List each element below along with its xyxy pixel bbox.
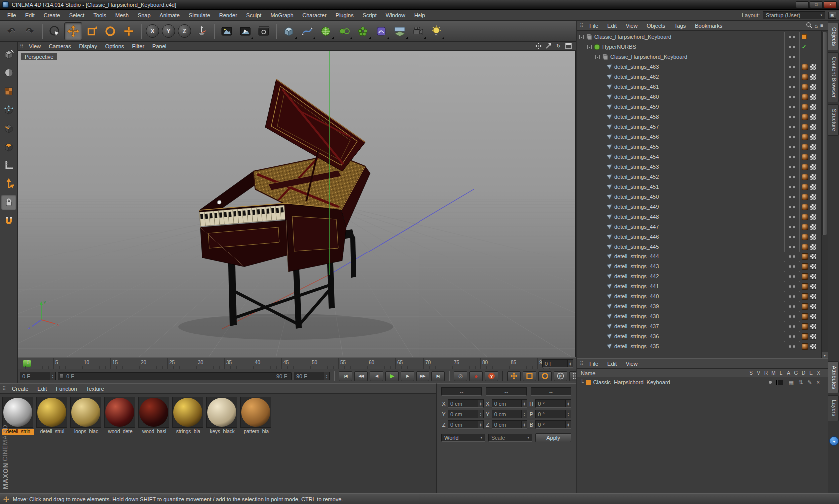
texture-mode-button[interactable] bbox=[1, 84, 16, 99]
maximize-button[interactable]: □ bbox=[810, 1, 823, 8]
uvw-tag-icon[interactable] bbox=[810, 323, 816, 330]
tree-row-polygon-object[interactable]: deteil_strings_458 bbox=[577, 112, 821, 122]
material-tag-icon[interactable] bbox=[802, 144, 808, 150]
undo-button[interactable]: ↶ bbox=[2, 22, 20, 40]
material-tag-icon[interactable] bbox=[802, 303, 808, 310]
tree-row-polygon-object[interactable]: deteil_strings_445 bbox=[577, 242, 821, 252]
tag-column[interactable] bbox=[799, 242, 821, 252]
visibility-dots[interactable] bbox=[784, 202, 799, 212]
menu-item[interactable]: Window bbox=[381, 11, 410, 20]
tree-row-polygon-object[interactable]: deteil_strings_436 bbox=[577, 331, 821, 341]
visibility-dots[interactable] bbox=[784, 271, 799, 281]
apply-button[interactable]: Apply bbox=[535, 433, 571, 442]
menu-item[interactable]: Render bbox=[215, 11, 242, 20]
selected-object-row[interactable]: └ Classic_Harpsichord_Keyboard ▦ ⇅ ✎ × bbox=[577, 377, 828, 387]
uvw-tag-icon[interactable] bbox=[810, 333, 816, 340]
ruler-tick[interactable]: 85 bbox=[509, 358, 537, 369]
rotate-view-icon[interactable]: ↻ bbox=[555, 43, 562, 49]
lock-workplane-button[interactable] bbox=[1, 195, 16, 210]
uvw-tag-icon[interactable] bbox=[810, 134, 816, 140]
uvw-tag-icon[interactable] bbox=[810, 174, 816, 180]
tree-row-polygon-object[interactable]: deteil_strings_452 bbox=[577, 172, 821, 182]
camera-object-button[interactable] bbox=[409, 22, 427, 40]
visibility-dots[interactable] bbox=[784, 222, 799, 232]
points-mode-button[interactable] bbox=[1, 102, 16, 117]
material-tag-icon[interactable] bbox=[802, 104, 808, 110]
tree-row-polygon-object[interactable]: deteil_strings_456 bbox=[577, 132, 821, 142]
uvw-tag-icon[interactable] bbox=[810, 64, 816, 70]
visibility-dots[interactable] bbox=[784, 152, 799, 162]
layer-chip[interactable] bbox=[802, 34, 807, 39]
material-thumbnail[interactable] bbox=[206, 397, 237, 428]
add-cube-button[interactable] bbox=[280, 22, 298, 40]
position-field[interactable]: 0 cm▴▾ bbox=[448, 410, 484, 418]
render-to-picture-viewer-button[interactable] bbox=[236, 22, 254, 40]
visibility-dots[interactable] bbox=[784, 72, 799, 82]
uvw-tag-icon[interactable] bbox=[810, 214, 816, 220]
keyframe-parameter-toggle[interactable]: P bbox=[554, 371, 567, 381]
move-tool-button[interactable] bbox=[64, 22, 82, 40]
uvw-tag-icon[interactable] bbox=[810, 253, 816, 260]
close-button[interactable]: × bbox=[824, 1, 837, 8]
visibility-dots[interactable] bbox=[784, 261, 799, 271]
selection-panel-menu-item[interactable]: View bbox=[621, 359, 642, 368]
material-tag-icon[interactable] bbox=[802, 283, 808, 290]
transform-mode-dropdown[interactable]: Scale▾ bbox=[488, 434, 532, 442]
tree-row-root[interactable]: - Classic_Harpsichord_Keyboard bbox=[577, 32, 821, 42]
object-manager-menu-item[interactable]: Bookmarks bbox=[690, 21, 727, 30]
coordinate-header-field[interactable]: -- bbox=[531, 387, 571, 396]
material-label[interactable]: loops_blac bbox=[70, 429, 102, 435]
tag-column[interactable] bbox=[799, 112, 821, 122]
viewport-menu-item[interactable]: Panel bbox=[148, 42, 170, 50]
tree-row-polygon-object[interactable]: deteil_strings_462 bbox=[577, 72, 821, 82]
material-tag-icon[interactable] bbox=[802, 64, 808, 70]
ruler-tick[interactable]: 10 bbox=[82, 358, 110, 369]
tree-row-polygon-object[interactable]: deteil_strings_460 bbox=[577, 92, 821, 102]
ruler-tick[interactable]: 45 bbox=[281, 358, 310, 369]
menu-item[interactable]: Create bbox=[39, 11, 65, 20]
tag-column[interactable] bbox=[799, 32, 821, 42]
uvw-tag-icon[interactable] bbox=[810, 104, 816, 110]
goto-start-button[interactable]: |◀ bbox=[339, 371, 352, 381]
material-thumbnail[interactable] bbox=[138, 397, 169, 428]
range-end-field[interactable]: 90 F▴▾ bbox=[294, 372, 330, 380]
material-tag-icon[interactable] bbox=[802, 164, 808, 170]
material-label[interactable]: wood_dete bbox=[104, 429, 136, 435]
material-thumbnail[interactable] bbox=[70, 397, 101, 428]
uvw-tag-icon[interactable] bbox=[810, 293, 816, 300]
menu-item[interactable]: File bbox=[3, 11, 21, 20]
tag-column[interactable] bbox=[799, 202, 821, 212]
material-label[interactable]: strings_bla bbox=[172, 429, 204, 435]
visibility-dots[interactable] bbox=[784, 182, 799, 192]
tree-row-polygon-object[interactable]: deteil_strings_463 bbox=[577, 62, 821, 72]
options-icon[interactable]: ≡ bbox=[820, 23, 823, 28]
rotation-field[interactable]: 0 °▴▾ bbox=[535, 420, 571, 429]
material-thumbnail[interactable] bbox=[36, 397, 67, 428]
ruler-tick[interactable]: 0 bbox=[25, 358, 53, 369]
edges-mode-button[interactable] bbox=[1, 121, 16, 136]
tag-column[interactable] bbox=[799, 72, 821, 82]
uvw-tag-icon[interactable] bbox=[810, 194, 816, 200]
viewport-menu-item[interactable]: Options bbox=[101, 42, 128, 50]
previous-key-button[interactable]: ◀◀ bbox=[354, 371, 368, 381]
menu-item[interactable]: Snap bbox=[133, 11, 155, 20]
tree-row-polygon-object[interactable]: deteil_strings_437 bbox=[577, 321, 821, 331]
selection-panel-menu-item[interactable]: Edit bbox=[603, 359, 621, 368]
tree-row-polygon-object[interactable]: deteil_strings_440 bbox=[577, 291, 821, 301]
bend-deformer-button[interactable] bbox=[372, 22, 390, 40]
material-menu-item[interactable]: Create bbox=[7, 384, 33, 393]
material-tag-icon[interactable] bbox=[802, 323, 808, 330]
play-button[interactable]: ▶ bbox=[385, 371, 399, 381]
material-label[interactable]: wood_basi bbox=[138, 429, 170, 435]
next-frame-button[interactable]: ▶ bbox=[401, 371, 414, 381]
redo-button[interactable]: ↷ bbox=[21, 22, 39, 40]
visibility-dots[interactable] bbox=[784, 132, 799, 142]
edit-flag-icon[interactable]: ✎ bbox=[807, 379, 812, 386]
expander-icon[interactable]: - bbox=[587, 45, 592, 49]
lock-z-axis-button[interactable]: Z bbox=[178, 24, 191, 38]
visibility-dots[interactable] bbox=[784, 122, 799, 132]
subdivision-surface-button[interactable] bbox=[317, 22, 335, 40]
menu-item[interactable]: Simulate bbox=[184, 11, 215, 20]
polygons-mode-button[interactable] bbox=[1, 139, 16, 154]
panel-grip-icon[interactable]: ⠿ bbox=[580, 361, 583, 366]
